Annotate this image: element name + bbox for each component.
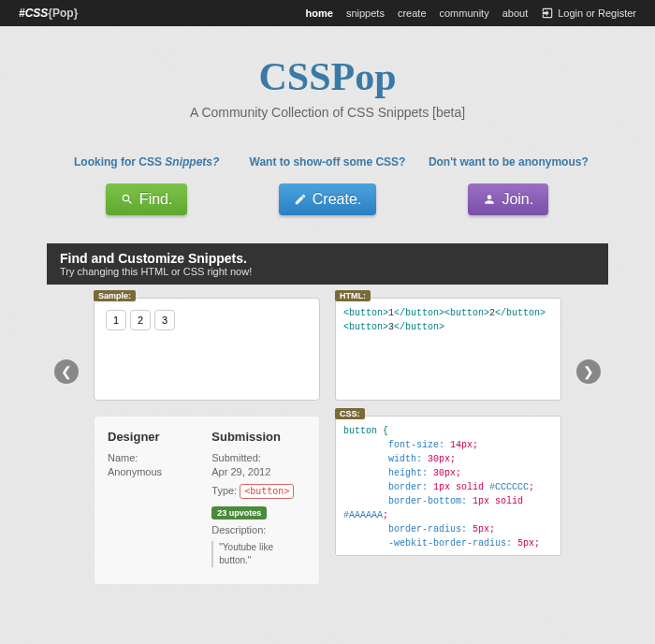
nav-community[interactable]: community [440,7,489,19]
create-button[interactable]: Create. [279,183,376,215]
nav-home[interactable]: home [306,7,333,19]
create-question: Want to show-off some CSS? [243,155,412,168]
sample-button-3[interactable]: 3 [154,310,175,330]
nav-snippets[interactable]: snippets [346,7,385,19]
sample-tag: Sample: [94,290,136,301]
login-link[interactable]: Login or Register [541,7,636,20]
prev-arrow[interactable]: ❮ [54,359,79,384]
find-question: Looking for CSS Snippets? [63,155,231,168]
sample-button-1[interactable]: 1 [106,310,126,330]
join-button[interactable]: Join. [468,183,548,215]
designer-name: Name: Anonymous [108,451,193,480]
html-tag: HTML: [335,290,371,301]
nav-about[interactable]: about [502,7,529,19]
sample-preview: 1 2 3 [94,298,320,401]
user-icon [483,193,496,206]
section-subtitle: Try changing this HTML or CSS right now! [60,266,595,277]
snippet-info: Designer Name: Anonymous Submission Subm… [94,416,320,585]
html-editor[interactable]: <button>1</button><button>2</button><but… [335,298,561,401]
join-question: Don't want to be anonymous? [424,155,592,168]
designer-heading: Designer [108,430,193,444]
section-header: Find and Customize Snippets. Try changin… [47,243,608,285]
nav-create[interactable]: create [398,7,427,19]
type-chip: <button> [240,484,294,499]
find-button[interactable]: Find. [106,183,188,215]
pencil-icon [294,193,307,206]
tagline: A Community Collection of CSS Snippets [… [0,105,655,120]
site-logo[interactable]: #CSS{Pop} [19,7,78,20]
description-quote: "Youtube like button." [211,541,306,567]
css-editor[interactable]: button { font-size: 14px; width: 30px; h… [335,416,561,556]
login-icon [541,7,554,20]
search-icon [121,193,134,206]
brand-title: CSSPop [0,54,655,99]
submission-heading: Submission [211,430,306,444]
next-arrow[interactable]: ❯ [576,359,601,384]
section-title: Find and Customize Snippets. [60,251,595,266]
sample-button-2[interactable]: 2 [130,310,151,330]
upvote-badge[interactable]: 23 upvotes [211,506,267,520]
css-tag: CSS: [335,408,365,419]
